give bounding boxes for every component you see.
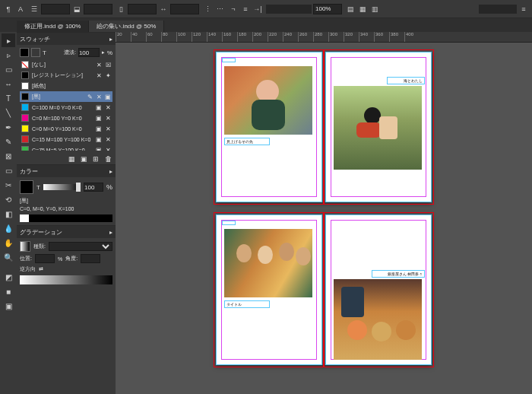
swatch-row[interactable]: C=100 M=0 Y=0 K=0▣✕: [20, 102, 112, 113]
para-icon[interactable]: ¶: [3, 4, 14, 14]
screen-mode[interactable]: ▣: [2, 299, 15, 313]
opts2-icon[interactable]: ⋯: [214, 4, 225, 14]
swatches-panel: スウォッチ ▸ T 濃淡: ▸ % [なし]✕☒ [レジストレーション]✕✦ […: [17, 32, 116, 164]
list-icon[interactable]: ≡: [240, 4, 251, 14]
w-icon[interactable]: ↔: [158, 4, 169, 14]
panel-menu-icon[interactable]: ▸: [109, 229, 112, 236]
new-icon[interactable]: ▣: [79, 155, 88, 163]
swatches-header[interactable]: スウォッチ ▸: [17, 33, 116, 45]
page-tool[interactable]: ▭: [2, 62, 15, 76]
valign-icon[interactable]: ▯: [116, 4, 126, 14]
panel-menu-icon[interactable]: ▸: [109, 36, 112, 43]
swatch-list: [なし]✕☒ [レジストレーション]✕✦ [紙色] [黒]✎✕▣ C=100 M…: [20, 59, 112, 151]
caption: 銀座屋さん 林田奈々: [372, 270, 425, 278]
ruler-horizontal: 2040608010012014016018020022024026028030…: [116, 32, 532, 43]
indent-icon[interactable]: →|: [252, 4, 263, 14]
fill-chip[interactable]: [20, 48, 29, 57]
eyedropper-tool[interactable]: 💧: [2, 221, 15, 235]
opts-icon[interactable]: ⋮: [202, 4, 213, 14]
field-4[interactable]: [170, 4, 199, 14]
color-name: [黒]: [20, 195, 112, 206]
preset-well[interactable]: [479, 5, 517, 14]
hyphen-icon[interactable]: ¬: [228, 4, 239, 14]
char-icon[interactable]: A: [15, 4, 26, 14]
pencil-tool[interactable]: ✎: [2, 135, 15, 148]
gradient-panel: グラデーション ▸ 種類: 位置: % 角度: 逆方向 ⇄: [17, 225, 116, 288]
page-right[interactable]: 銀座屋さん 林田奈々: [325, 214, 432, 365]
scissors-tool[interactable]: ✂: [2, 178, 15, 192]
page-left[interactable]: タイトル: [216, 214, 322, 365]
page-right[interactable]: 海とわたし: [325, 52, 432, 202]
add-icon[interactable]: ⊞: [91, 155, 100, 163]
transform-tool[interactable]: ⟲: [2, 192, 15, 206]
gradient-type[interactable]: [49, 242, 112, 251]
gradient-ramp[interactable]: [20, 275, 112, 284]
tint-input[interactable]: [78, 48, 100, 57]
toolbox: ▸ ▹ ▭ ↔ T ╲ ✒ ✎ ⊠ ▭ ✂ ⟲ ◧ 💧 ✋ 🔍 ◩ ■ ▣: [0, 32, 17, 394]
pen-tool[interactable]: ✒: [2, 120, 15, 134]
direct-select-tool[interactable]: ▹: [2, 48, 15, 62]
swatch-row[interactable]: C=15 M=100 Y=100 K=0▣✕: [20, 134, 112, 145]
swatch-row[interactable]: C=0 M=0 Y=100 K=0▣✕: [20, 123, 112, 134]
align-l-icon[interactable]: ▤: [345, 4, 356, 14]
swatch-row[interactable]: [なし]✕☒: [20, 59, 112, 70]
column-icon[interactable]: ☰: [29, 4, 40, 14]
control-bar: ¶ A ☰ ⬓ ▯ ↔ ⋮ ⋯ ¬ ≡ →| ▤ ▦ ▥ ≡: [0, 0, 532, 18]
field-2[interactable]: [84, 4, 112, 14]
rect-tool[interactable]: ▭: [2, 164, 15, 177]
fill-stroke[interactable]: ◩: [2, 270, 15, 284]
tab-doc-2[interactable]: 絵の集い.indd @ 50%: [89, 21, 164, 32]
color-spectrum[interactable]: [20, 214, 112, 222]
swatch-row[interactable]: [レジストレーション]✕✦: [20, 70, 112, 81]
align-icon[interactable]: ⬓: [71, 4, 82, 14]
color-formula: C=0, M=0, Y=0, K=100: [20, 206, 112, 214]
align-c-icon[interactable]: ▦: [357, 4, 368, 14]
panel-dock: スウォッチ ▸ T 濃淡: ▸ % [なし]✕☒ [レジストレーション]✕✦ […: [17, 32, 116, 394]
tint-slider[interactable]: [43, 184, 81, 190]
gap-tool[interactable]: ↔: [2, 77, 15, 91]
line-tool[interactable]: ╲: [2, 106, 15, 119]
tab-doc-1[interactable]: 修正用.indd @ 100%: [17, 21, 89, 32]
canvas[interactable]: 2040608010012014016018020022024026028030…: [116, 32, 532, 394]
panel-title: カラー: [20, 167, 38, 176]
apply-color[interactable]: ■: [2, 284, 15, 298]
field-1[interactable]: [41, 4, 70, 14]
spread-2: タイトル 銀座屋さん 林田奈々: [216, 214, 432, 365]
hand-tool[interactable]: ✋: [2, 236, 15, 249]
spread-1: 見上げるその先 海とわたし: [216, 52, 432, 202]
panel-title: スウォッチ: [20, 35, 50, 43]
caption: タイトル: [224, 300, 270, 308]
gradient-chip[interactable]: [20, 241, 30, 252]
color-panel: カラー ▸ T % [黒] C=0, M=0, Y=0, K=100: [17, 164, 116, 225]
gradient-tool[interactable]: ◧: [2, 207, 15, 221]
panel-title: グラデーション: [20, 228, 62, 237]
swatches-footer: ▦ ▣ ⊞ 🗑: [17, 154, 116, 164]
color-value[interactable]: [84, 183, 103, 192]
frame-tool[interactable]: ⊠: [2, 149, 15, 163]
style-well[interactable]: [266, 5, 312, 14]
selection-tool[interactable]: ▸: [2, 33, 15, 47]
swatch-row[interactable]: [黒]✎✕▣: [20, 91, 112, 102]
type-tool[interactable]: T: [2, 91, 15, 105]
new-swatch-icon[interactable]: ▦: [67, 155, 76, 163]
tint-unit: %: [107, 49, 112, 56]
document-tabs: 修正用.indd @ 100% 絵の集い.indd @ 50%: [0, 18, 532, 32]
trash-icon[interactable]: 🗑: [103, 155, 112, 163]
gradient-loc[interactable]: [35, 254, 55, 263]
panel-menu-icon[interactable]: ▸: [109, 168, 112, 175]
page-left[interactable]: 見上げるその先: [216, 52, 322, 202]
align-r-icon[interactable]: ▥: [369, 4, 380, 14]
gradient-angle[interactable]: [81, 254, 100, 263]
zoom-field[interactable]: [313, 4, 342, 14]
swatch-row[interactable]: C=75 M=5 Y=100 K=0▣✕: [20, 145, 112, 151]
stroke-chip[interactable]: [31, 48, 40, 57]
zoom-tool[interactable]: 🔍: [2, 250, 15, 264]
swatch-row[interactable]: C=0 M=100 Y=0 K=0▣✕: [20, 113, 112, 123]
swatch-row[interactable]: [紙色]: [20, 81, 112, 91]
gradient-header[interactable]: グラデーション ▸: [17, 226, 116, 238]
color-header[interactable]: カラー ▸: [17, 165, 116, 177]
menu-icon[interactable]: ≡: [518, 4, 529, 14]
color-chip[interactable]: [20, 180, 33, 194]
field-3[interactable]: [128, 4, 157, 14]
reverse-icon[interactable]: ⇄: [39, 266, 43, 272]
